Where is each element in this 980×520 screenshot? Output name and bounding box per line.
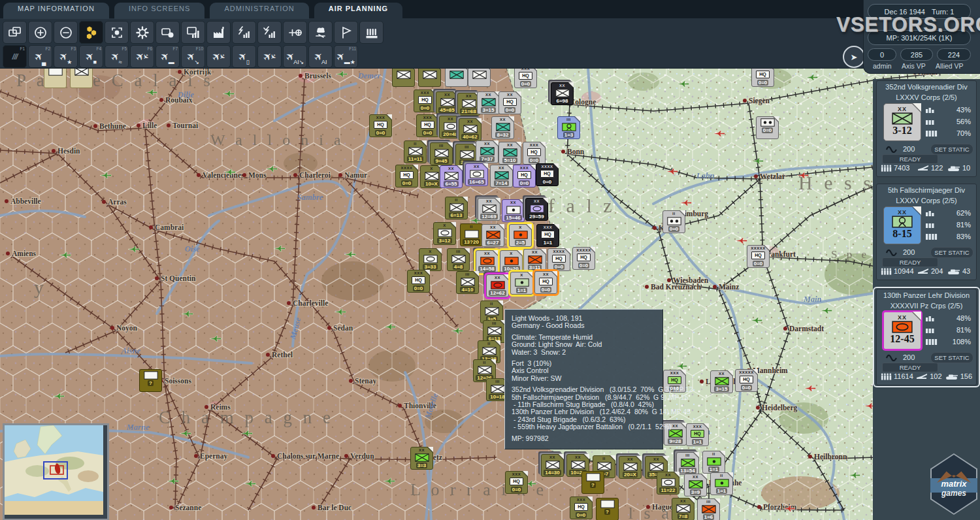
air-mission-button-button[interactable]: ✈AI↘ (283, 45, 307, 68)
unit-counter[interactable]: ii11=11 (404, 140, 427, 163)
unit-counter[interactable]: xx5=10 (498, 142, 521, 165)
unit-counter[interactable]: xx14=30 (541, 454, 564, 477)
hex-filter-button[interactable] (79, 21, 103, 44)
air-mission-F6-button[interactable]: ✈✈F6 (130, 45, 154, 68)
unit-counter[interactable]: iii6=13 (483, 320, 506, 343)
unit-counter[interactable]: iii13=54 (676, 452, 699, 475)
unit-shape-button[interactable] (155, 21, 180, 44)
unit-counter[interactable]: ? (596, 498, 619, 520)
zoom-in-button[interactable] (28, 21, 52, 44)
tab-administration[interactable]: ADMINISTRATION (210, 3, 308, 19)
set-static-button[interactable]: SET STATIC (930, 247, 973, 258)
unit-counter[interactable]: xxxxHQ0=0 (536, 163, 559, 186)
unit-panel[interactable]: 352nd Volksgrenadier DivLXXXV Corps (2/5… (876, 80, 977, 177)
unit-counter[interactable]: xxxxxHQ0=0 (572, 247, 595, 270)
air-mission-F1-button[interactable]: ///F1 (3, 45, 27, 68)
tab-info-screens[interactable]: INFO SCREENS (114, 3, 205, 19)
unit-counter[interactable]: xx6=55 (440, 165, 463, 188)
air-signal2-button[interactable] (257, 21, 282, 44)
unit-counter[interactable]: xx7=8 (672, 498, 694, 520)
zoom-out-button[interactable] (54, 21, 78, 44)
unit-counter[interactable]: xxxHQ0=0 (414, 89, 436, 112)
unit-counter[interactable]: xx3=11 (523, 249, 546, 272)
unit-counter[interactable]: xxxHQ0=0 (570, 496, 593, 519)
unit-counter[interactable]: xx3=9 (684, 474, 707, 496)
unit-counter[interactable]: xxHQ0=0 (751, 68, 774, 87)
air-mission-F2-button[interactable]: ✈▄F2 (28, 45, 52, 68)
unit-counter[interactable]: xxxxxHQ0=0 (735, 369, 758, 392)
unit-counter[interactable]: xx7=37 (476, 140, 498, 163)
plane-target-button[interactable] (283, 21, 307, 44)
unit-counter[interactable]: xx (445, 68, 468, 87)
unit-counter[interactable]: xxHQ0=0 (534, 271, 557, 294)
windows-button[interactable] (3, 21, 27, 44)
unit-counter[interactable]: x3=12 (433, 222, 456, 245)
unit-counter[interactable]: xx6=98 (551, 82, 574, 105)
unit-counter[interactable]: xx7=14 (490, 165, 513, 187)
unit-counter[interactable]: xxxxHQ0=0 (395, 165, 418, 187)
factory-button[interactable] (206, 21, 231, 44)
weather-button[interactable] (308, 21, 333, 44)
unit-counter[interactable]: ? (139, 369, 162, 392)
unit-counter[interactable]: xx6=27 (482, 224, 504, 247)
unit-counter[interactable]: xx12=62 (486, 274, 509, 297)
unit-counter[interactable]: xxxHQ0=0 (407, 270, 430, 293)
unit-counter[interactable]: xx11=22 (657, 472, 679, 495)
unit-counter[interactable]: xx15=46 (502, 199, 525, 222)
unit-counter-large[interactable]: XX8-15 (883, 206, 921, 244)
unit-counter[interactable]: xxxxxHQ0=0 (747, 245, 770, 268)
unit-counter[interactable]: xx40=62 (459, 118, 482, 141)
unit-counter[interactable]: xx45=85 (436, 91, 459, 114)
unit-counter[interactable]: xxxHQ0=0 (505, 471, 528, 494)
tab-air-planning[interactable]: AIR PLANNING (314, 3, 402, 19)
air-signal-button[interactable] (232, 21, 256, 44)
next-air-directive-button[interactable]: ➤F12 (843, 46, 865, 68)
stats-chart-button[interactable] (181, 21, 205, 44)
air-mission-F11-button[interactable]: ✈▬★F11 (334, 45, 358, 68)
unit-counter[interactable]: xx16=65 (465, 163, 488, 186)
set-static-button[interactable]: SET STATIC (930, 352, 973, 363)
air-mission-F3-button[interactable]: ✈★F3 (54, 45, 78, 68)
unit-counter[interactable]: xx14=58 (476, 250, 498, 273)
air-mission-F5-button[interactable]: ✈≈F5 (105, 45, 129, 68)
unit-counter[interactable]: ? (581, 471, 604, 494)
unit-counter[interactable]: iii4=10 (456, 271, 479, 294)
unit-counter[interactable]: xxxHQ0=0 (523, 142, 546, 165)
ammo-button[interactable] (359, 21, 384, 44)
unit-counter[interactable]: xx3=15 (710, 370, 733, 393)
unit-counter[interactable]: xx (468, 68, 491, 87)
unit-counter[interactable]: iii1=3 (557, 116, 580, 139)
unit-panel[interactable]: 130th Panzer Lehr DivisionXXXXVII Pz Crp… (876, 289, 977, 385)
unit-counter[interactable] (70, 68, 93, 88)
unit-counter[interactable]: xx12=69 (478, 198, 500, 221)
air-mission-button-button[interactable]: ✈✈ (257, 45, 282, 68)
air-mission-button-button[interactable]: ✈▯ (232, 45, 256, 68)
air-mission-F4-button[interactable]: ✈■F4 (79, 45, 103, 68)
unit-counter[interactable]: xxxHQ0=0 (514, 68, 537, 88)
unit-counter[interactable]: ii1=1 (702, 451, 725, 474)
minimap[interactable] (3, 423, 109, 520)
unit-counter[interactable]: xx (392, 68, 415, 87)
unit-counter[interactable]: xxxHQ1=1 (686, 423, 709, 446)
unit-counter[interactable]: iii4=8 (447, 248, 470, 271)
unit-counter[interactable]: xxxHQ0=0 (369, 114, 392, 137)
unit-counter-large[interactable]: XX3-12 (883, 103, 921, 141)
unit-counter[interactable]: ii13?20 (460, 223, 483, 246)
tab-map-information[interactable]: MAP INFORMATION (3, 3, 109, 19)
air-mission-button-button[interactable]: ✈✈ (206, 45, 231, 68)
unit-counter[interactable]: xx29=59 (525, 198, 548, 221)
unit-counter[interactable]: ii6=13 (445, 197, 468, 219)
unit-counter[interactable]: xx (418, 68, 441, 87)
set-static-button[interactable]: SET STATIC (930, 144, 973, 155)
flag-button[interactable] (334, 21, 358, 44)
unit-counter[interactable]: iii9=45 (430, 142, 453, 165)
unit-panel[interactable]: 5th Fallschirmjaeger DivLXXXV Corps (2/5… (876, 184, 977, 280)
unit-counter[interactable]: xx3=3 (410, 447, 433, 470)
unit-counter[interactable]: x1=1 (510, 272, 533, 295)
unit-counter[interactable]: 0=0 (756, 116, 779, 139)
unit-counter[interactable]: ii1=1 (710, 472, 733, 495)
unit-counter[interactable]: xx20=X (619, 456, 642, 479)
jump-target-button[interactable] (105, 21, 129, 44)
unit-counter[interactable]: iii1=6 (697, 498, 720, 520)
unit-counter[interactable]: xxHQ0=0 (498, 91, 521, 114)
